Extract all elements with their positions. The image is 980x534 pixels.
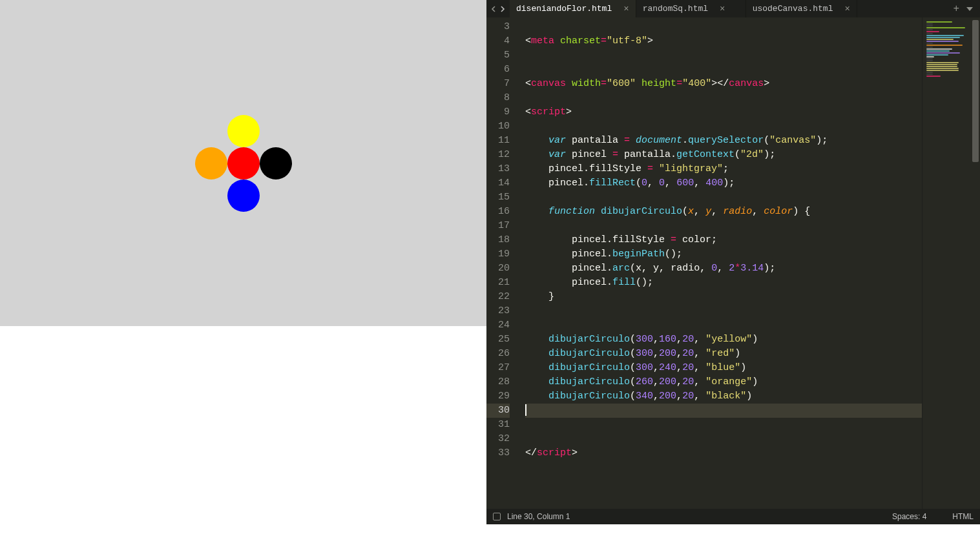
minimap-line xyxy=(926,46,933,48)
circle xyxy=(195,147,227,180)
line-number: 25 xyxy=(486,333,510,347)
code-line[interactable]: dibujarCirculo(300,160,20, "yellow") xyxy=(525,333,922,347)
line-number: 15 xyxy=(486,190,510,205)
line-number: 12 xyxy=(486,148,510,162)
browser-preview-pane xyxy=(0,0,486,534)
minimap-line xyxy=(926,74,933,75)
code-line[interactable]: pincel.arc(x, y, radio, 0, 2*3.14); xyxy=(525,262,922,276)
code-line[interactable]: dibujarCirculo(300,240,20, "blue") xyxy=(525,361,922,375)
line-number: 23 xyxy=(486,304,510,318)
code-line[interactable]: function dibujarCirculo(x, y, radio, col… xyxy=(525,205,922,219)
minimap-line xyxy=(926,41,959,42)
nav-forward-icon[interactable] xyxy=(499,6,506,12)
code-editor: diseniandoFlor.html×randomSq.html×usodeC… xyxy=(486,0,980,524)
minimap-line xyxy=(926,23,933,25)
code-line[interactable]: </script> xyxy=(525,446,922,460)
line-number: 31 xyxy=(486,418,510,432)
line-number: 3 xyxy=(486,20,510,34)
line-number: 5 xyxy=(486,48,510,63)
text-cursor xyxy=(525,404,526,416)
minimap-line xyxy=(926,76,941,77)
line-gutter: 3456789101112131415161718192021222324252… xyxy=(486,17,516,509)
code-line[interactable]: dibujarCirculo(300,200,20, "red") xyxy=(525,347,922,361)
line-number: 20 xyxy=(486,262,510,276)
indent-setting[interactable]: Spaces: 4 xyxy=(892,512,926,521)
minimap-line xyxy=(926,43,933,44)
minimap-line xyxy=(926,54,948,56)
minimap-line xyxy=(926,72,933,73)
code-line[interactable]: pincel.fillStyle = "lightgray"; xyxy=(525,162,922,176)
code-area[interactable]: 3456789101112131415161718192021222324252… xyxy=(486,17,980,509)
code-line[interactable] xyxy=(525,119,922,134)
new-tab-icon[interactable]: + xyxy=(953,3,959,15)
code-line[interactable] xyxy=(525,48,922,63)
line-number: 24 xyxy=(486,318,510,333)
minimap-line xyxy=(926,62,959,63)
line-number: 18 xyxy=(486,233,510,247)
minimap-line xyxy=(926,70,959,71)
close-icon[interactable]: × xyxy=(844,4,850,14)
code-line[interactable]: } xyxy=(525,290,922,304)
minimap-line xyxy=(926,45,963,46)
code-content[interactable]: <meta charset="utf-8"><canvas width="600… xyxy=(516,17,922,509)
code-line[interactable]: pincel.fill(); xyxy=(525,276,922,290)
code-line[interactable] xyxy=(525,404,922,418)
code-line[interactable] xyxy=(525,432,922,446)
tab-randomSq-html[interactable]: randomSq.html× xyxy=(636,0,746,17)
code-line[interactable] xyxy=(525,190,922,205)
line-number: 22 xyxy=(486,290,510,304)
line-number: 8 xyxy=(486,91,510,105)
status-menu-icon[interactable] xyxy=(493,513,501,520)
minimap-line xyxy=(926,37,960,38)
code-line[interactable]: pincel.fillRect(0, 0, 600, 400); xyxy=(525,176,922,190)
line-number: 16 xyxy=(486,205,510,219)
close-icon[interactable]: × xyxy=(720,4,725,14)
minimap-line xyxy=(926,60,933,61)
minimap[interactable] xyxy=(922,17,980,509)
minimap-line xyxy=(926,48,952,50)
line-number: 33 xyxy=(486,446,510,460)
code-line[interactable] xyxy=(525,304,922,318)
circle xyxy=(227,147,260,180)
line-number: 17 xyxy=(486,219,510,233)
code-line[interactable] xyxy=(525,20,922,34)
minimap-line xyxy=(926,31,939,32)
line-number: 6 xyxy=(486,63,510,77)
code-line[interactable] xyxy=(525,219,922,233)
minimap-line xyxy=(926,25,933,26)
code-line[interactable] xyxy=(525,63,922,77)
minimap-line xyxy=(926,52,960,54)
code-line[interactable]: <meta charset="utf-8"> xyxy=(525,34,922,48)
code-line[interactable]: pincel.fillStyle = color; xyxy=(525,233,922,247)
code-line[interactable] xyxy=(525,91,922,105)
line-number: 28 xyxy=(486,375,510,389)
tab-label: randomSq.html xyxy=(643,4,708,14)
close-icon[interactable]: × xyxy=(623,4,629,14)
code-line[interactable]: dibujarCirculo(260,200,20, "orange") xyxy=(525,375,922,389)
line-number: 32 xyxy=(486,432,510,446)
line-number: 19 xyxy=(486,247,510,262)
minimap-line xyxy=(926,64,957,65)
circle xyxy=(227,115,260,147)
line-number: 27 xyxy=(486,361,510,375)
vertical-scrollbar[interactable] xyxy=(972,20,979,509)
tab-menu-icon[interactable] xyxy=(966,6,974,12)
code-line[interactable]: var pantalla = document.querySelector("c… xyxy=(525,134,922,148)
minimap-line xyxy=(926,29,933,30)
code-line[interactable] xyxy=(525,418,922,432)
minimap-line xyxy=(926,68,959,69)
tab-usodeCanvas-html[interactable]: usodeCanvas.html× xyxy=(746,0,857,17)
cursor-position: Line 30, Column 1 xyxy=(507,512,570,521)
code-line[interactable]: dibujarCirculo(340,200,20, "black") xyxy=(525,389,922,404)
line-number: 4 xyxy=(486,34,510,48)
nav-back-icon[interactable] xyxy=(490,6,497,12)
code-line[interactable]: <script> xyxy=(525,105,922,119)
code-line[interactable]: pincel.beginPath(); xyxy=(525,247,922,262)
tab-diseniandoFlor-html[interactable]: diseniandoFlor.html× xyxy=(510,0,636,17)
code-line[interactable] xyxy=(525,318,922,333)
line-number: 9 xyxy=(486,105,510,119)
minimap-line xyxy=(926,33,933,34)
syntax-mode[interactable]: HTML xyxy=(952,512,974,521)
code-line[interactable]: var pincel = pantalla.getContext("2d"); xyxy=(525,148,922,162)
code-line[interactable]: <canvas width="600" height="400"></canva… xyxy=(525,77,922,91)
